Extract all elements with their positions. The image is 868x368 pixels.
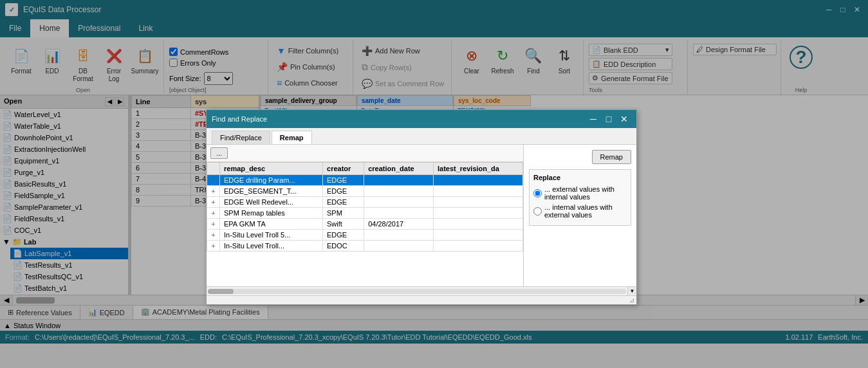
tree-field-results[interactable]: 📄 FieldResults_v1 — [0, 213, 128, 225]
ribbon-errorlog-group: CommentRows Errors Only Font Size: 89101… — [165, 40, 268, 95]
copy-row-button[interactable]: ⧉ Copy Row(s) — [358, 60, 447, 75]
tree-lab-folder[interactable]: ▼ 📁 Lab — [0, 236, 128, 248]
tree-test-results[interactable]: 📄 TestResults_v1 — [10, 259, 128, 271]
hscroll-thumb[interactable] — [208, 289, 234, 294]
tree-water-level[interactable]: 📄 WaterLevel_v1 — [0, 109, 128, 120]
blank-edd-button[interactable]: 📄 Blank EDD ▾ — [589, 44, 672, 56]
ribbon-checkboxes: CommentRows Errors Only Font Size: 89101… — [169, 44, 238, 85]
menu-bar: File Home Professional Link — [0, 19, 868, 37]
scroll-thumb[interactable] — [16, 297, 55, 304]
tree-files[interactable]: 📄 Files_v1 — [10, 294, 128, 295]
tree-field-sample[interactable]: 📄 FieldSample_v1 — [0, 190, 128, 201]
errors-only-checkbox[interactable] — [169, 59, 178, 67]
menu-home[interactable]: Home — [30, 19, 69, 37]
resize-grip[interactable]: ⊿ — [627, 295, 636, 304]
format-button[interactable]: 📄 Format — [6, 42, 36, 81]
remap-row[interactable]: +In-Situ Level Troll...EDOC — [207, 241, 523, 252]
edd-description-button[interactable]: 📋 EDD Description — [589, 58, 672, 70]
minimize-button[interactable]: ─ — [823, 4, 835, 15]
app-logo: ✓ — [5, 3, 18, 16]
modal-close-btn[interactable]: ✕ — [617, 112, 631, 126]
menu-file[interactable]: File — [0, 19, 30, 37]
summary-button[interactable]: 📋 Summary — [130, 42, 160, 81]
scroll-right-btn[interactable]: ▶ — [855, 295, 868, 305]
modal-hscroll[interactable] — [207, 287, 627, 295]
expand-cell[interactable]: + — [207, 208, 220, 219]
file-icon: 📄 — [3, 179, 12, 189]
remap-row[interactable]: +EDGE Well Redevel...EDGE — [207, 197, 523, 208]
tab-reference-values[interactable]: ⊞ Reference Values — [0, 306, 80, 319]
maximize-button[interactable]: □ — [837, 4, 849, 15]
ribbon-help-group: ? Help — [782, 40, 820, 95]
scroll-left-btn[interactable]: ◀ — [0, 295, 13, 305]
menu-link[interactable]: Link — [129, 19, 162, 37]
radio-ext-int-label: ... external values with internal values — [544, 185, 627, 201]
expand-cell[interactable]: + — [207, 241, 220, 252]
remap-button[interactable]: Remap — [592, 150, 631, 164]
tree-test-batch[interactable]: 📄 TestBatch_v1 — [10, 282, 128, 294]
filter-buttons: ▼ Filter Column(s) 📌 Pin Column(s) ≡ Col… — [273, 44, 342, 90]
tree-equipment[interactable]: 📄 Equipment_v1 — [0, 155, 128, 167]
remap-row[interactable]: +In-Situ Level Troll 5...EDGE — [207, 230, 523, 241]
modal-minimize-btn[interactable]: ─ — [586, 112, 600, 126]
expand-cell[interactable]: + — [207, 175, 220, 186]
set-comment-button[interactable]: 💬 Set as Comment Row — [358, 77, 447, 91]
edd-button[interactable]: 📊 EDD — [37, 42, 67, 81]
clear-button[interactable]: ⊗ Clear — [457, 42, 486, 81]
column-chooser-button[interactable]: ≡ Column Chooser — [273, 76, 342, 90]
tab-academy[interactable]: 🏢 ACADEMY\Metal Plating Facilities — [133, 306, 268, 319]
radio-ext-int[interactable] — [533, 189, 542, 198]
design-format-button[interactable]: 🖊 Design Format File — [693, 44, 777, 55]
add-new-row-button[interactable]: ➕ Add New Row — [358, 44, 447, 58]
pin-columns-button[interactable]: 📌 Pin Column(s) — [273, 60, 342, 74]
modal-scroll-bar: ▼ — [207, 286, 636, 295]
expand-cell[interactable]: + — [207, 230, 220, 241]
expand-cell[interactable]: + — [207, 197, 220, 208]
radio-int-ext[interactable] — [533, 207, 542, 216]
error-log-button[interactable]: ❌ Error Log — [99, 42, 129, 86]
tree-basic-results[interactable]: 📄 BasicResults_v1 — [0, 178, 128, 190]
sdg-header: sample_delivery_group — [261, 95, 356, 106]
tree-downhole[interactable]: 📄 DownholePoint_v1 — [0, 132, 128, 143]
tree-coc[interactable]: 📄 COC_v1 — [0, 225, 128, 236]
remap-row[interactable]: +EDGE_SEGMENT_T...EDGE — [207, 186, 523, 197]
folder-icon: ▼ — [3, 237, 10, 246]
expand-cell[interactable]: + — [207, 219, 220, 230]
expand-cell[interactable]: + — [207, 186, 220, 197]
tree-purge[interactable]: 📄 Purge_v1 — [0, 167, 128, 178]
generate-format-button[interactable]: ⚙ Generate Format File — [589, 72, 672, 84]
nav-left[interactable]: ◀ — [105, 97, 114, 106]
modal-restore-btn[interactable]: □ — [602, 112, 616, 126]
desc-cell: EDGE_SEGMENT_T... — [220, 186, 323, 197]
remap-row[interactable]: +EPA GKM TASwift04/28/2017 — [207, 219, 523, 230]
tree-extraction[interactable]: 📄 ExtractionInjectionWell — [0, 143, 128, 155]
close-button[interactable]: ✕ — [851, 4, 863, 15]
remap-row[interactable]: +EDGE drilling Param...EDGE — [207, 175, 523, 186]
tree-test-results-qc[interactable]: 📄 TestResultsQC_v1 — [10, 271, 128, 282]
modal-tab-remap[interactable]: Remap — [272, 131, 312, 144]
tree-lab-sample[interactable]: 📄 LabSample_v1 — [10, 248, 128, 259]
nav-right[interactable]: ▶ — [115, 97, 124, 106]
db-format-button[interactable]: 🗄 DB Format — [68, 42, 98, 86]
filter-columns-button[interactable]: ▼ Filter Column(s) — [273, 44, 342, 58]
three-dot-button[interactable]: ... — [210, 147, 228, 159]
refresh-button[interactable]: ↻ Refresh — [488, 42, 517, 81]
help-button[interactable]: ? — [786, 42, 816, 81]
remap-row[interactable]: +SPM Remap tablesSPM — [207, 208, 523, 219]
date-cell — [364, 175, 434, 186]
vscroll-down-btn[interactable]: ▼ — [627, 287, 636, 295]
modal-tabs: Find/Replace Remap — [207, 128, 636, 145]
font-size-select[interactable]: 89101112 — [204, 72, 233, 85]
ref-values-icon: ⊞ — [8, 308, 14, 317]
tab-eqedd[interactable]: 📊 EQEDD — [80, 306, 133, 319]
menu-professional[interactable]: Professional — [69, 19, 129, 37]
modal-title: Find and Replace — [212, 115, 267, 123]
tree-water-table[interactable]: 📄 WaterTable_v1 — [0, 120, 128, 132]
find-button[interactable]: 🔍 Find — [519, 42, 548, 81]
sort-button[interactable]: ⇅ Sort — [549, 42, 579, 81]
tree-sample-param[interactable]: 📄 SampleParameter_v1 — [0, 201, 128, 213]
comment-rows-checkbox[interactable] — [169, 48, 178, 56]
line-cell: 6 — [132, 163, 191, 174]
clear-icon: ⊗ — [461, 46, 482, 66]
modal-tab-find-replace[interactable]: Find/Replace — [212, 131, 270, 144]
